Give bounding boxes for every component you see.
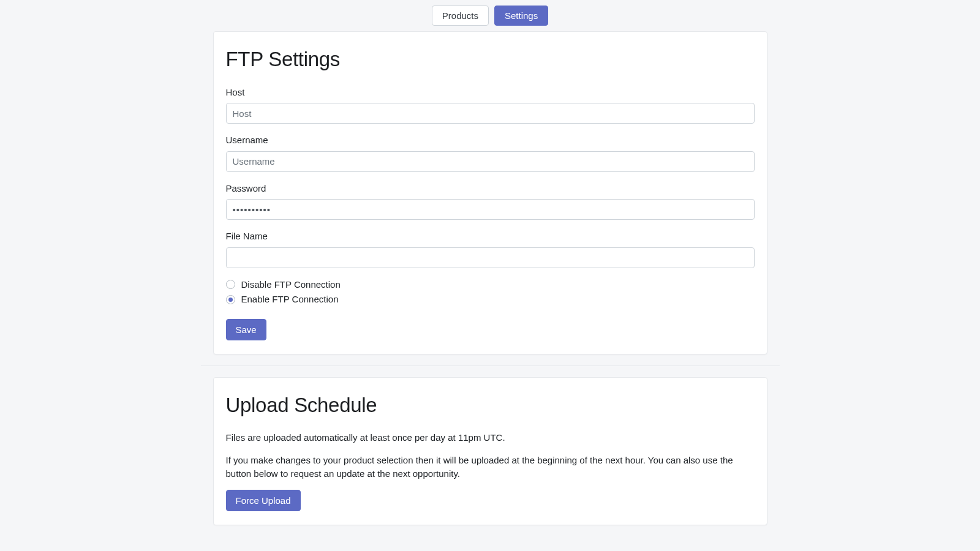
save-button[interactable]: Save bbox=[226, 319, 266, 340]
section-divider bbox=[201, 365, 780, 366]
ftp-card: FTP Settings Host Username Password File… bbox=[213, 31, 767, 354]
host-group: Host bbox=[226, 86, 755, 124]
upload-heading: Upload Schedule bbox=[226, 390, 755, 421]
host-input[interactable] bbox=[226, 103, 755, 124]
radio-enable[interactable] bbox=[226, 295, 235, 304]
upload-section: Upload Schedule Files are uploaded autom… bbox=[201, 377, 780, 525]
radio-disable[interactable] bbox=[226, 280, 235, 289]
radio-disable-row: Disable FTP Connection bbox=[226, 278, 755, 292]
upload-p2: If you make changes to your product sele… bbox=[226, 454, 755, 481]
tab-settings[interactable]: Settings bbox=[494, 6, 548, 26]
radio-enable-row: Enable FTP Connection bbox=[226, 293, 755, 307]
upload-card: Upload Schedule Files are uploaded autom… bbox=[213, 377, 767, 525]
filename-input[interactable] bbox=[226, 247, 755, 268]
tab-bar: Products Settings bbox=[201, 6, 780, 26]
host-label: Host bbox=[226, 86, 755, 100]
radio-enable-label[interactable]: Enable FTP Connection bbox=[241, 293, 339, 307]
force-upload-button[interactable]: Force Upload bbox=[226, 490, 301, 511]
username-group: Username bbox=[226, 133, 755, 172]
ftp-connection-radios: Disable FTP Connection Enable FTP Connec… bbox=[226, 278, 755, 307]
upload-p1: Files are uploaded automatically at leas… bbox=[226, 431, 755, 445]
page-container: Products Settings FTP Settings Host User… bbox=[201, 0, 780, 525]
filename-group: File Name bbox=[226, 230, 755, 268]
password-label: Password bbox=[226, 182, 755, 196]
tab-products[interactable]: Products bbox=[432, 6, 489, 26]
password-input[interactable] bbox=[226, 199, 755, 220]
ftp-section: FTP Settings Host Username Password File… bbox=[201, 31, 780, 354]
username-input[interactable] bbox=[226, 151, 755, 172]
password-group: Password bbox=[226, 182, 755, 220]
ftp-heading: FTP Settings bbox=[226, 44, 755, 75]
radio-disable-label[interactable]: Disable FTP Connection bbox=[241, 278, 341, 292]
username-label: Username bbox=[226, 133, 755, 148]
filename-label: File Name bbox=[226, 230, 755, 244]
